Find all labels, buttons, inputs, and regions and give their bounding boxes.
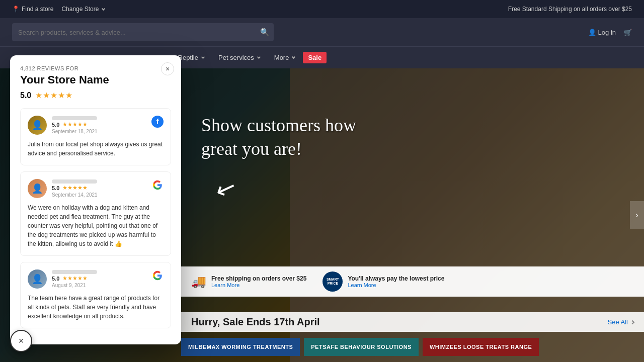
chevron-right-icon xyxy=(630,320,634,324)
nav-item-pet-services[interactable]: Pet services xyxy=(212,50,266,65)
nav-item-more[interactable]: More xyxy=(268,50,301,65)
cart-button[interactable]: 🛒 xyxy=(624,29,632,36)
shipping-info-main: Free shipping on orders over $25 xyxy=(211,275,306,282)
see-all-button[interactable]: See All xyxy=(608,318,634,326)
chevron-down-icon xyxy=(257,55,261,59)
top-actions: 👤 Log in 🛒 xyxy=(588,29,632,36)
review-header-2: 👤 5.0 ★★★★★ September 14, 2021 xyxy=(28,179,164,198)
bottom-close-button[interactable]: × xyxy=(10,330,32,352)
bottom-info-bar: 🚚 Free shipping on orders over $25 Learn… xyxy=(181,266,644,297)
search-button[interactable]: 🔍 xyxy=(260,28,270,37)
smartprice-info-item: SMARTPRICE You'll always pay the lowest … xyxy=(323,272,444,292)
product-tag-milbemax[interactable]: MILBEMAX WORMING TREATMENTS xyxy=(181,338,300,356)
hero-handwriting-line2: great you are! xyxy=(201,137,356,161)
avatar-3: 👤 xyxy=(28,269,47,289)
product-tags-row: MILBEMAX WORMING TREATMENTS PETSAFE BEHA… xyxy=(181,332,644,362)
review-card-1: 👤 5.0 ★★★★★ September 18, 2021 f Juli xyxy=(20,108,171,165)
reviewer-left-2: 👤 5.0 ★★★★★ September 14, 2021 xyxy=(28,179,98,198)
user-icon: 👤 xyxy=(588,29,596,36)
review-text-3: The team here have a great range of prod… xyxy=(28,294,164,321)
modal-close-button[interactable]: × xyxy=(161,62,174,75)
overall-stars: ★★★★★ xyxy=(35,90,73,100)
sale-title: Hurry, Sale Ends 17th April xyxy=(191,316,320,328)
review-card-3: 👤 5.0 ★★★★★ August 9, 2021 xyxy=(20,262,171,328)
search-container: 🔍 xyxy=(12,23,274,41)
smart-badge: SMARTPRICE xyxy=(323,272,343,292)
review-header-3: 👤 5.0 ★★★★★ August 9, 2021 xyxy=(28,269,164,289)
google-icon-3 xyxy=(151,269,164,282)
top-bar-left: 📍 Find a store Change Store xyxy=(12,6,105,13)
source-icon-google-3 xyxy=(151,269,164,282)
reviewer-info-2: 5.0 ★★★★★ September 14, 2021 xyxy=(52,179,98,198)
facebook-icon: f xyxy=(151,116,164,128)
reviewer-rating-bar-1: 5.0 ★★★★★ xyxy=(52,121,98,128)
hero-text: Show customers how great you are! ↙ xyxy=(201,114,356,161)
search-input[interactable] xyxy=(12,23,274,41)
chevron-down-icon xyxy=(201,55,205,59)
review-card-2: 👤 5.0 ★★★★★ September 14, 2021 xyxy=(20,171,171,256)
slide-next-button[interactable]: › xyxy=(630,201,644,229)
price-info-main: You'll always pay the lowest price xyxy=(348,275,444,282)
google-icon-2 xyxy=(151,179,164,191)
reviewer-info-3: 5.0 ★★★★★ August 9, 2021 xyxy=(52,270,97,288)
chevron-down-icon xyxy=(102,7,105,10)
shipping-info-item: 🚚 Free shipping on orders over $25 Learn… xyxy=(191,275,306,289)
find-store-link[interactable]: 📍 Find a store xyxy=(12,6,53,13)
sale-banner: Hurry, Sale Ends 17th April See All xyxy=(181,312,644,332)
reviewer-date-2: September 14, 2021 xyxy=(52,192,98,198)
cart-icon: 🛒 xyxy=(624,29,632,36)
reviewer-rating-bar-3: 5.0 ★★★★★ xyxy=(52,275,97,282)
change-store-button[interactable]: Change Store xyxy=(61,6,105,13)
product-tag-whimzees[interactable]: WHIMZEES LOOSE TREATS RANGE xyxy=(423,338,539,356)
search-bar-row: 🔍 👤 Log in 🛒 xyxy=(0,18,644,46)
review-header-1: 👤 5.0 ★★★★★ September 18, 2021 f xyxy=(28,116,164,135)
overall-rating: 5.0 xyxy=(20,91,31,100)
reviewer-date-1: September 18, 2021 xyxy=(52,129,98,134)
reviews-modal: × 4,812 REVIEWS FOR Your Store Name 5.0 … xyxy=(10,55,181,344)
avatar-1: 👤 xyxy=(28,116,47,135)
hero-handwriting-line1: Show customers how xyxy=(201,114,356,137)
reviewer-name-bar-3 xyxy=(52,270,97,274)
avatar-2: 👤 xyxy=(28,179,47,198)
store-name: Your Store Name xyxy=(20,73,171,86)
review-text-1: Julia from our local pet shop always giv… xyxy=(28,140,164,158)
reviewer-left-3: 👤 5.0 ★★★★★ August 9, 2021 xyxy=(28,269,97,289)
product-tag-petsafe[interactable]: PETSAFE BEHAVIOUR SOLUTIONS xyxy=(304,338,419,356)
shipping-promo: Free Standard Shipping on all orders ove… xyxy=(508,6,632,13)
source-icon-google-2 xyxy=(151,179,164,191)
chevron-down-icon xyxy=(292,55,295,59)
rating-row: 5.0 ★★★★★ xyxy=(20,90,171,100)
top-bar: 📍 Find a store Change Store Free Standar… xyxy=(0,0,644,18)
shipping-info-sub[interactable]: Learn More xyxy=(211,282,306,288)
reviewer-name-bar-1 xyxy=(52,116,97,120)
nav-item-sale[interactable]: Sale xyxy=(303,52,327,63)
reviewer-info-1: 5.0 ★★★★★ September 18, 2021 xyxy=(52,116,98,134)
price-info-sub[interactable]: Learn More xyxy=(348,282,444,288)
reviewer-date-3: August 9, 2021 xyxy=(52,283,97,288)
reviews-count-label: 4,812 REVIEWS FOR xyxy=(20,65,171,71)
reviewer-left-1: 👤 5.0 ★★★★★ September 18, 2021 xyxy=(28,116,98,135)
login-button[interactable]: 👤 Log in xyxy=(588,29,616,36)
reviewer-rating-bar-2: 5.0 ★★★★★ xyxy=(52,185,98,191)
location-icon: 📍 xyxy=(12,6,20,13)
truck-icon: 🚚 xyxy=(191,275,206,289)
review-text-2: We were on holiday with a dog and kitten… xyxy=(28,203,164,248)
source-icon-facebook: f xyxy=(151,116,164,128)
reviewer-name-bar-2 xyxy=(52,179,97,184)
